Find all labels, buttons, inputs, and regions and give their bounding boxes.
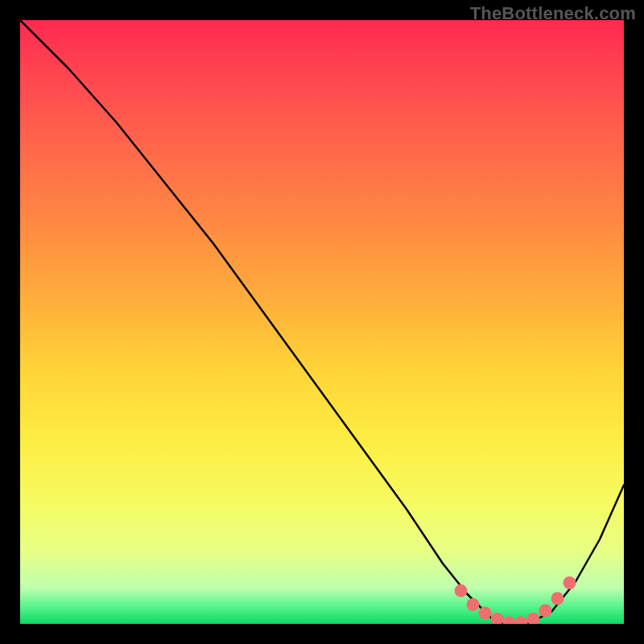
optimal-range-markers (455, 576, 576, 624)
optimal-marker-dot (564, 576, 576, 589)
optimal-marker-dot (551, 592, 564, 605)
optimal-marker-dot (527, 613, 540, 624)
optimal-marker-dot (515, 617, 528, 625)
optimal-marker-dot (467, 598, 480, 611)
plot-area (20, 20, 624, 624)
optimal-marker-dot (455, 584, 468, 597)
optimal-marker-dot (539, 605, 552, 617)
optimal-marker-dot (479, 607, 492, 620)
bottleneck-curve-line (20, 20, 624, 624)
chart-frame: TheBottleneck.com (0, 0, 644, 644)
attribution-label: TheBottleneck.com (470, 3, 636, 24)
optimal-marker-dot (503, 617, 516, 625)
bottleneck-curve-svg (20, 20, 624, 624)
optimal-marker-dot (491, 613, 504, 624)
